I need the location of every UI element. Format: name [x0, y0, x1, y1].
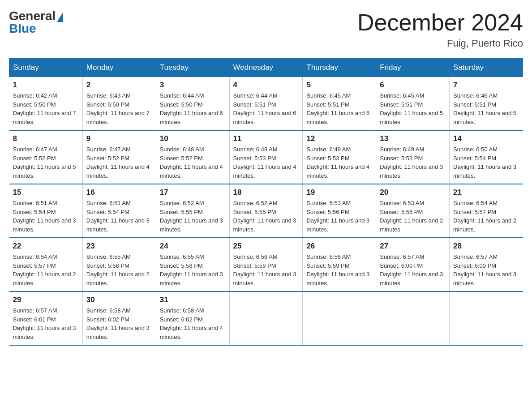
logo-triangle-icon — [57, 12, 63, 22]
calendar-day-cell: 29Sunrise: 6:57 AMSunset: 6:01 PMDayligh… — [9, 291, 83, 345]
title-section: December 2024 Fuig, Puerto Rico — [357, 9, 523, 49]
location: Fuig, Puerto Rico — [357, 38, 523, 49]
column-header-monday: Monday — [82, 59, 156, 77]
calendar-week-row: 1Sunrise: 6:42 AMSunset: 5:50 PMDaylight… — [9, 77, 523, 131]
calendar-day-cell: 17Sunrise: 6:52 AMSunset: 5:55 PMDayligh… — [156, 184, 229, 238]
day-info: Sunrise: 6:49 AMSunset: 5:53 PMDaylight:… — [380, 145, 446, 180]
calendar-day-cell: 3Sunrise: 6:44 AMSunset: 5:50 PMDaylight… — [156, 77, 229, 131]
day-info: Sunrise: 6:57 AMSunset: 6:00 PMDaylight:… — [453, 253, 519, 287]
day-number: 27 — [380, 242, 446, 251]
calendar-day-cell — [229, 291, 303, 345]
day-info: Sunrise: 6:56 AMSunset: 5:59 PMDaylight:… — [306, 253, 372, 287]
calendar-day-cell: 12Sunrise: 6:49 AMSunset: 5:53 PMDayligh… — [303, 130, 376, 184]
day-number: 3 — [160, 81, 226, 90]
calendar-day-cell: 2Sunrise: 6:43 AMSunset: 5:50 PMDaylight… — [82, 77, 156, 131]
column-header-wednesday: Wednesday — [229, 59, 303, 77]
calendar-day-cell: 20Sunrise: 6:53 AMSunset: 5:56 PMDayligh… — [376, 184, 450, 238]
day-info: Sunrise: 6:52 AMSunset: 5:55 PMDaylight:… — [160, 199, 226, 234]
calendar-day-cell: 24Sunrise: 6:55 AMSunset: 5:58 PMDayligh… — [156, 238, 229, 291]
calendar-day-cell: 8Sunrise: 6:47 AMSunset: 5:52 PMDaylight… — [9, 130, 83, 184]
day-info: Sunrise: 6:58 AMSunset: 6:02 PMDaylight:… — [86, 306, 152, 341]
calendar-day-cell: 9Sunrise: 6:47 AMSunset: 5:52 PMDaylight… — [82, 130, 156, 184]
calendar-day-cell: 10Sunrise: 6:48 AMSunset: 5:52 PMDayligh… — [156, 130, 229, 184]
calendar-day-cell: 27Sunrise: 6:57 AMSunset: 6:00 PMDayligh… — [376, 238, 450, 291]
day-number: 16 — [86, 188, 152, 197]
page-header: General Blue December 2024 Fuig, Puerto … — [9, 9, 523, 49]
day-info: Sunrise: 6:46 AMSunset: 5:51 PMDaylight:… — [453, 91, 519, 126]
calendar-day-cell: 7Sunrise: 6:46 AMSunset: 5:51 PMDaylight… — [450, 77, 523, 131]
column-header-sunday: Sunday — [9, 59, 83, 77]
calendar-day-cell — [450, 291, 523, 345]
day-info: Sunrise: 6:47 AMSunset: 5:52 PMDaylight:… — [86, 145, 152, 180]
day-info: Sunrise: 6:55 AMSunset: 5:58 PMDaylight:… — [86, 253, 152, 287]
day-number: 4 — [233, 81, 299, 90]
day-number: 9 — [86, 134, 152, 143]
day-number: 28 — [453, 242, 519, 251]
column-header-thursday: Thursday — [303, 59, 376, 77]
calendar-day-cell — [376, 291, 450, 345]
column-header-saturday: Saturday — [450, 59, 523, 77]
day-info: Sunrise: 6:47 AMSunset: 5:52 PMDaylight:… — [13, 145, 79, 180]
day-number: 21 — [453, 188, 519, 197]
day-info: Sunrise: 6:50 AMSunset: 5:54 PMDaylight:… — [453, 145, 519, 180]
day-info: Sunrise: 6:49 AMSunset: 5:53 PMDaylight:… — [306, 145, 372, 180]
calendar-day-cell — [303, 291, 376, 345]
day-number: 6 — [380, 81, 446, 90]
day-number: 31 — [160, 295, 226, 304]
day-number: 23 — [86, 242, 152, 251]
calendar-day-cell: 15Sunrise: 6:51 AMSunset: 5:54 PMDayligh… — [9, 184, 83, 238]
calendar-day-cell: 22Sunrise: 6:54 AMSunset: 5:57 PMDayligh… — [9, 238, 83, 291]
column-header-tuesday: Tuesday — [156, 59, 229, 77]
calendar-day-cell: 6Sunrise: 6:45 AMSunset: 5:51 PMDaylight… — [376, 77, 450, 131]
calendar-day-cell: 18Sunrise: 6:52 AMSunset: 5:55 PMDayligh… — [229, 184, 303, 238]
calendar-day-cell: 14Sunrise: 6:50 AMSunset: 5:54 PMDayligh… — [450, 130, 523, 184]
day-number: 20 — [380, 188, 446, 197]
calendar-day-cell: 30Sunrise: 6:58 AMSunset: 6:02 PMDayligh… — [82, 291, 156, 345]
logo-blue-text: Blue — [9, 21, 36, 36]
calendar-day-cell: 13Sunrise: 6:49 AMSunset: 5:53 PMDayligh… — [376, 130, 450, 184]
day-number: 8 — [13, 134, 79, 143]
day-number: 17 — [160, 188, 226, 197]
day-info: Sunrise: 6:55 AMSunset: 5:58 PMDaylight:… — [160, 253, 226, 287]
day-info: Sunrise: 6:44 AMSunset: 5:51 PMDaylight:… — [233, 91, 299, 126]
calendar-day-cell: 5Sunrise: 6:45 AMSunset: 5:51 PMDaylight… — [303, 77, 376, 131]
day-info: Sunrise: 6:45 AMSunset: 5:51 PMDaylight:… — [306, 91, 372, 126]
day-number: 1 — [13, 81, 79, 90]
day-number: 25 — [233, 242, 299, 251]
calendar-day-cell: 1Sunrise: 6:42 AMSunset: 5:50 PMDaylight… — [9, 77, 83, 131]
day-number: 24 — [160, 242, 226, 251]
calendar-week-row: 8Sunrise: 6:47 AMSunset: 5:52 PMDaylight… — [9, 130, 523, 184]
day-info: Sunrise: 6:48 AMSunset: 5:52 PMDaylight:… — [160, 145, 226, 180]
day-info: Sunrise: 6:54 AMSunset: 5:57 PMDaylight:… — [453, 199, 519, 234]
calendar-day-cell: 25Sunrise: 6:56 AMSunset: 5:59 PMDayligh… — [229, 238, 303, 291]
day-number: 14 — [453, 134, 519, 143]
calendar-day-cell: 11Sunrise: 6:48 AMSunset: 5:53 PMDayligh… — [229, 130, 303, 184]
calendar-header-row: SundayMondayTuesdayWednesdayThursdayFrid… — [9, 59, 523, 77]
calendar-day-cell: 28Sunrise: 6:57 AMSunset: 6:00 PMDayligh… — [450, 238, 523, 291]
day-number: 10 — [160, 134, 226, 143]
day-number: 18 — [233, 188, 299, 197]
logo: General Blue — [9, 9, 63, 36]
day-info: Sunrise: 6:57 AMSunset: 6:01 PMDaylight:… — [13, 306, 79, 341]
calendar-day-cell: 23Sunrise: 6:55 AMSunset: 5:58 PMDayligh… — [82, 238, 156, 291]
day-number: 13 — [380, 134, 446, 143]
day-info: Sunrise: 6:54 AMSunset: 5:57 PMDaylight:… — [13, 253, 79, 287]
day-number: 29 — [13, 295, 79, 304]
day-info: Sunrise: 6:43 AMSunset: 5:50 PMDaylight:… — [86, 91, 152, 126]
calendar-day-cell: 19Sunrise: 6:53 AMSunset: 5:56 PMDayligh… — [303, 184, 376, 238]
calendar-day-cell: 31Sunrise: 6:58 AMSunset: 6:02 PMDayligh… — [156, 291, 229, 345]
day-number: 15 — [13, 188, 79, 197]
day-number: 26 — [306, 242, 372, 251]
day-info: Sunrise: 6:53 AMSunset: 5:56 PMDaylight:… — [380, 199, 446, 234]
calendar-day-cell: 4Sunrise: 6:44 AMSunset: 5:51 PMDaylight… — [229, 77, 303, 131]
calendar-day-cell: 21Sunrise: 6:54 AMSunset: 5:57 PMDayligh… — [450, 184, 523, 238]
day-number: 7 — [453, 81, 519, 90]
day-number: 2 — [86, 81, 152, 90]
calendar-table: SundayMondayTuesdayWednesdayThursdayFrid… — [9, 58, 523, 346]
day-info: Sunrise: 6:51 AMSunset: 5:54 PMDaylight:… — [13, 199, 79, 234]
calendar-week-row: 15Sunrise: 6:51 AMSunset: 5:54 PMDayligh… — [9, 184, 523, 238]
day-info: Sunrise: 6:44 AMSunset: 5:50 PMDaylight:… — [160, 91, 226, 126]
day-info: Sunrise: 6:53 AMSunset: 5:56 PMDaylight:… — [306, 199, 372, 234]
calendar-day-cell: 26Sunrise: 6:56 AMSunset: 5:59 PMDayligh… — [303, 238, 376, 291]
calendar-week-row: 22Sunrise: 6:54 AMSunset: 5:57 PMDayligh… — [9, 238, 523, 291]
